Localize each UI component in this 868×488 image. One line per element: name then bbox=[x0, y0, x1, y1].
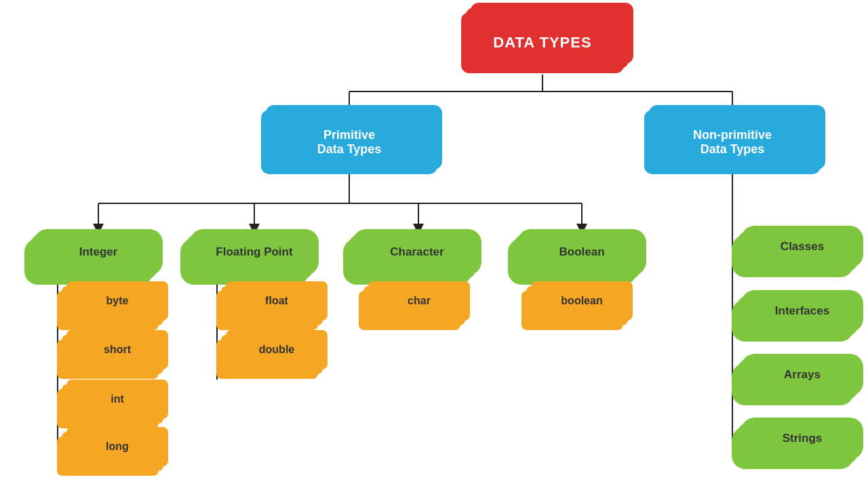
primitive-node: Primitive Data Types bbox=[261, 110, 437, 174]
char-node: char bbox=[368, 281, 470, 321]
diagram: DATA TYPES Primitive Data Types Non-prim… bbox=[0, 0, 868, 488]
strings-node: Strings bbox=[741, 418, 863, 460]
interfaces-node: Interfaces bbox=[741, 290, 863, 332]
non-primitive-node: Non-primitive Data Types bbox=[644, 110, 821, 174]
data-types-node: DATA TYPES bbox=[461, 12, 624, 73]
boolean-node: Boolean bbox=[517, 229, 646, 275]
classes-node: Classes bbox=[741, 226, 863, 268]
boolean-value-node: boolean bbox=[531, 281, 633, 321]
byte-node: byte bbox=[66, 281, 168, 321]
floating-point-node: Floating Point bbox=[190, 229, 319, 275]
double-node: double bbox=[226, 330, 328, 369]
int-node: int bbox=[66, 380, 168, 419]
character-node: Character bbox=[353, 229, 481, 275]
short-node: short bbox=[66, 330, 168, 369]
long-node: long bbox=[66, 427, 168, 466]
float-node: float bbox=[226, 281, 328, 321]
arrays-node: Arrays bbox=[741, 354, 863, 396]
integer-node: Integer bbox=[34, 229, 163, 275]
